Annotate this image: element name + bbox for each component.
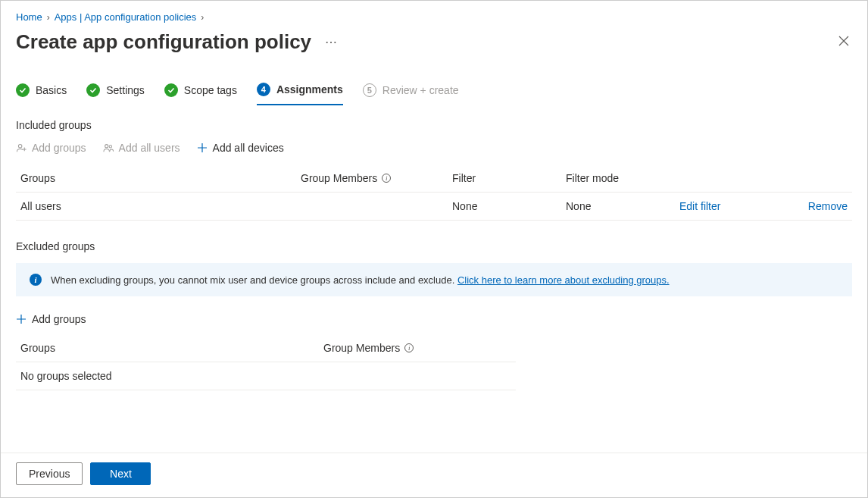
step-number-icon: 5: [363, 83, 376, 97]
col-members: Group Members: [323, 342, 400, 354]
add-groups-button[interactable]: Add groups: [16, 142, 86, 154]
included-groups-table: Groups Group Members i Filter Filter mod…: [16, 164, 852, 221]
chevron-right-icon: ›: [201, 12, 204, 23]
add-all-devices-label: Add all devices: [213, 142, 284, 154]
col-groups: Groups: [20, 172, 301, 184]
included-groups-title: Included groups: [16, 119, 852, 131]
info-banner: i When excluding groups, you cannot mix …: [16, 263, 852, 296]
plus-icon: [16, 314, 27, 325]
add-all-users-label: Add all users: [119, 142, 180, 154]
add-all-devices-button[interactable]: Add all devices: [197, 142, 284, 154]
breadcrumb-home[interactable]: Home: [16, 11, 42, 23]
wizard-steps: Basics Settings Scope tags 4 Assignments…: [16, 83, 852, 105]
close-icon[interactable]: [835, 33, 852, 52]
breadcrumb: Home › Apps | App configuration policies…: [16, 11, 852, 23]
breadcrumb-apps[interactable]: Apps | App configuration policies: [55, 11, 197, 23]
step-basics[interactable]: Basics: [16, 83, 67, 105]
col-groups: Groups: [20, 342, 323, 354]
check-icon: [164, 83, 178, 97]
add-groups-label: Add groups: [32, 142, 86, 154]
edit-filter-link[interactable]: Edit filter: [679, 200, 720, 212]
add-all-users-button[interactable]: Add all users: [103, 142, 180, 154]
svg-point-0: [18, 144, 22, 148]
col-members: Group Members: [301, 172, 377, 184]
info-icon[interactable]: i: [382, 174, 391, 183]
step-assignments[interactable]: 4 Assignments: [257, 83, 343, 105]
excluded-add-groups-label: Add groups: [32, 313, 86, 325]
info-icon: i: [30, 274, 42, 286]
footer: Previous Next: [1, 453, 867, 497]
table-row: All users None None Edit filter Remove: [16, 193, 852, 221]
plus-icon: [197, 143, 208, 154]
step-settings[interactable]: Settings: [86, 83, 145, 105]
check-icon: [16, 83, 30, 97]
svg-point-1: [105, 144, 108, 147]
excluded-groups-table: Groups Group Members i No groups selecte…: [16, 334, 516, 390]
col-filter: Filter: [452, 172, 566, 184]
col-filter-mode: Filter mode: [566, 172, 679, 184]
info-icon[interactable]: i: [404, 343, 414, 352]
cell-group: All users: [20, 200, 301, 212]
empty-row-text: No groups selected: [20, 370, 323, 382]
person-add-icon: [16, 143, 27, 154]
excluded-groups-title: Excluded groups: [16, 240, 852, 252]
banner-text: When excluding groups, you cannot mix us…: [51, 274, 457, 286]
more-actions-icon[interactable]: ⋯: [325, 35, 338, 49]
cell-filter: None: [452, 200, 566, 212]
people-icon: [103, 143, 114, 154]
step-number-icon: 4: [257, 83, 270, 96]
remove-link[interactable]: Remove: [808, 200, 848, 212]
check-icon: [86, 83, 100, 97]
cell-filter-mode: None: [566, 200, 679, 212]
excluded-add-groups-button[interactable]: Add groups: [16, 313, 852, 325]
previous-button[interactable]: Previous: [16, 462, 83, 485]
step-scope-tags[interactable]: Scope tags: [164, 83, 237, 105]
chevron-right-icon: ›: [47, 12, 50, 23]
page-title: Create app configuration policy: [16, 30, 311, 54]
included-toolbar: Add groups Add all users Add all devices: [16, 142, 852, 154]
step-review-create[interactable]: 5 Review + create: [363, 83, 459, 105]
next-button[interactable]: Next: [90, 462, 151, 485]
svg-point-2: [109, 145, 111, 147]
banner-link[interactable]: Click here to learn more about excluding…: [457, 274, 670, 286]
